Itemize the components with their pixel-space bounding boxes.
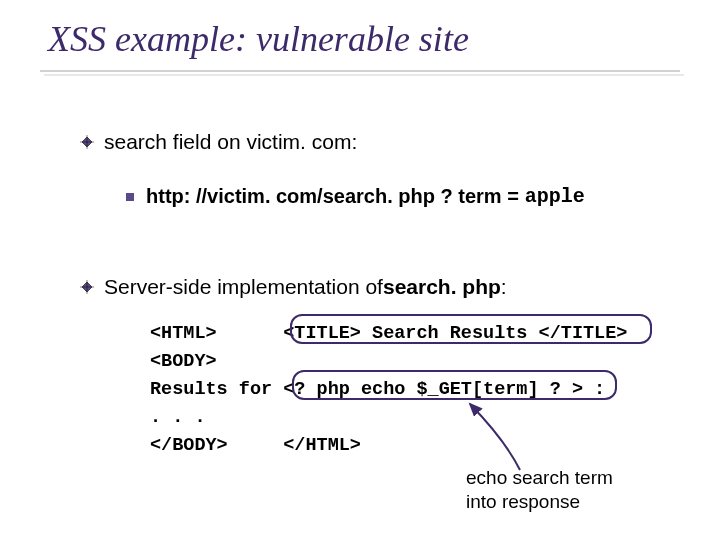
slide: XSS example: vulnerable site search fiel… [0, 0, 720, 540]
bullet-2-text-pre: Server-side implementation of [104, 275, 383, 299]
url-term: apple [525, 185, 585, 208]
square-bullet-icon [126, 193, 134, 201]
title-underline-shadow [44, 74, 684, 76]
sub-bullet-url: http: //victim. com/search. php ? term =… [126, 185, 585, 208]
bullet-2-text-post: : [501, 275, 507, 299]
url-text: http: //victim. com/search. php ? term = [146, 185, 519, 208]
bullet-2-code: search. php [383, 275, 501, 299]
code-html-open: <HTML> [150, 323, 283, 344]
title-underline [40, 70, 680, 72]
slide-title: XSS example: vulnerable site [48, 18, 469, 60]
annotation-line-2: into response [466, 490, 613, 514]
highlight-box-echo [292, 370, 617, 400]
diamond-bullet-icon [80, 280, 94, 294]
bullet-1-text: search field on victim. com: [104, 130, 357, 154]
diamond-bullet-icon [80, 135, 94, 149]
bullet-server-impl: Server-side implementation of search. ph… [80, 275, 507, 299]
highlight-box-title [290, 314, 652, 344]
bullet-search-field: search field on victim. com: [80, 130, 357, 154]
code-results-for: Results for [150, 379, 283, 400]
annotation-arrow [460, 400, 580, 480]
